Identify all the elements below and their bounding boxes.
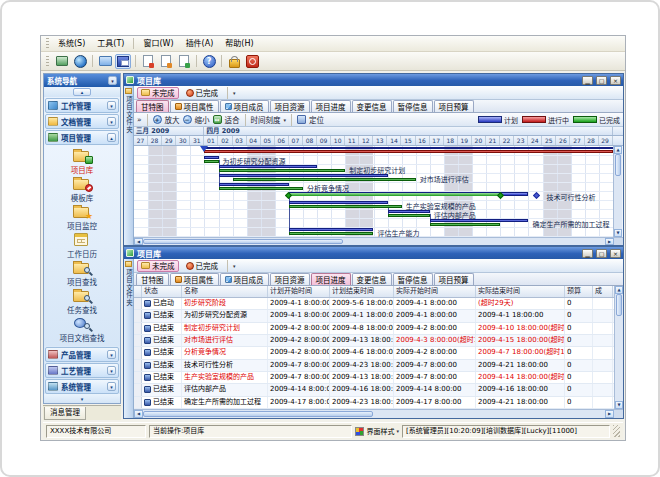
- sidebar-item-work-calendar[interactable]: 工作日历: [67, 232, 97, 259]
- bottom-minimize-button[interactable]: ▁: [582, 249, 593, 258]
- system-monitor-icon[interactable]: [54, 54, 70, 69]
- sidebar-item-template-library[interactable]: 模板库: [71, 176, 94, 203]
- bottom-tab-3[interactable]: 项目成员: [220, 273, 269, 285]
- sidebar-group-craft[interactable]: 工艺管理▾: [45, 363, 119, 378]
- help-icon[interactable]: [201, 54, 217, 69]
- scroll-down-button[interactable]: ▼: [615, 401, 623, 409]
- scroll-left-button[interactable]: ◀: [134, 238, 143, 245]
- bottom-tab-7[interactable]: 暂停信息: [393, 273, 433, 285]
- project-folder-strip[interactable]: 项目文件夹: [124, 259, 134, 418]
- top-filter-dropdown-button[interactable]: ▾: [233, 90, 236, 96]
- top-minimize-button[interactable]: ▁: [582, 76, 593, 85]
- table-row-6[interactable]: 已结束技术可行性分析2009-4-7 8:00:002009-4-23 18:0…: [134, 360, 614, 372]
- group-chevron-icon[interactable]: ▾: [107, 366, 116, 375]
- gantt-complete-bar-7[interactable]: [388, 214, 430, 217]
- sidebar-item-project-doc-search[interactable]: 项目文档查找: [60, 316, 105, 343]
- top-unfinished-filter-button[interactable]: 未完成: [137, 87, 179, 99]
- interface-style-dropdown[interactable]: 界面样式 ▾: [355, 426, 399, 436]
- gantt-complete-bar-9[interactable]: [289, 232, 374, 235]
- table-row-8[interactable]: 已结束评估内部产品2009-4-14 8:00:002009-4-16 18:0…: [134, 384, 614, 396]
- export-doc-icon[interactable]: [158, 54, 174, 69]
- table-vertical-scrollbar[interactable]: ▲ ▼: [614, 286, 623, 409]
- bottom-finished-filter-button[interactable]: 已完成: [182, 260, 223, 272]
- top-tab-6[interactable]: 变更信息: [352, 100, 392, 112]
- gantt-complete-bar-2[interactable]: [219, 169, 346, 172]
- zoom-out-button[interactable]: 缩小: [195, 114, 210, 125]
- scroll-track[interactable]: [373, 410, 605, 418]
- table-row-1[interactable]: 已启动初步研究阶段2009-4-1 8:00:002009-5-6 18:00:…: [134, 298, 614, 310]
- toolbar-grip[interactable]: [46, 56, 49, 67]
- scroll-thumb[interactable]: [143, 239, 343, 244]
- top-tab-8[interactable]: 项目预算: [434, 100, 474, 112]
- menu-grip[interactable]: [46, 38, 49, 49]
- gantt-plan-bar-3[interactable]: [219, 174, 388, 177]
- sidebar-item-task-search[interactable]: 任务查找: [67, 288, 97, 315]
- gantt-plan-bar-7[interactable]: [388, 210, 430, 213]
- bottom-tab-6[interactable]: 变更信息: [352, 273, 392, 285]
- bottom-close-button[interactable]: ×: [610, 249, 621, 258]
- gantt-complete-bar-8[interactable]: [430, 223, 500, 226]
- timescale-chevron-icon[interactable]: ▾: [284, 117, 287, 123]
- tab-message-management[interactable]: 消息管理: [44, 407, 86, 420]
- menu-item-4[interactable]: 插件(A): [180, 36, 220, 51]
- menu-item-2[interactable]: 工具(T): [91, 36, 130, 51]
- scroll-right-button[interactable]: ▶: [605, 410, 614, 418]
- top-window-titlebar[interactable]: 项目库 ▁ ▢ ×: [124, 74, 623, 86]
- top-tab-3[interactable]: 项目成员: [220, 100, 269, 112]
- sidebar-pin-button[interactable]: ▾: [108, 76, 117, 85]
- bottom-tab-8[interactable]: 项目预算: [434, 273, 474, 285]
- top-maximize-button[interactable]: ▢: [596, 76, 607, 85]
- scroll-thumb[interactable]: [615, 154, 621, 176]
- group-chevron-icon[interactable]: ▴: [107, 133, 116, 142]
- scroll-track[interactable]: [343, 238, 605, 245]
- table-row-7[interactable]: 已结束生产实验室规模的产品2009-4-7 8:00:002009-4-13 1…: [134, 372, 614, 384]
- sidebar-group-work[interactable]: 工作管理▾: [45, 98, 119, 113]
- open-folder-icon[interactable]: [97, 54, 113, 69]
- sidebar-scroll-down-button[interactable]: ▾: [44, 394, 120, 403]
- table-row-2[interactable]: 已结束为初步研究分配资源2009-4-1 8:00:002009-4-1 18:…: [134, 310, 614, 322]
- network-globe-icon[interactable]: [72, 54, 88, 69]
- top-tab-2[interactable]: 项目属性: [170, 100, 219, 112]
- gantt-complete-bar-6[interactable]: [289, 205, 402, 208]
- scroll-up-button[interactable]: ▲: [615, 286, 623, 294]
- menu-item-3[interactable]: 窗口(W): [137, 36, 179, 51]
- table-row-3[interactable]: 已结束制定初步研究计划2009-4-2 8:00:002009-4-8 18:0…: [134, 323, 614, 335]
- group-chevron-icon[interactable]: ▾: [107, 101, 116, 110]
- menu-item-1[interactable]: 系统(S): [52, 36, 91, 51]
- sidebar-item-project-monitor[interactable]: ★项目监控: [67, 204, 97, 231]
- bottom-tab-5[interactable]: 项目进度: [311, 273, 351, 285]
- top-tab-5[interactable]: 项目进度: [311, 100, 351, 112]
- gantt-horizontal-scrollbar[interactable]: ◀ ▶: [134, 237, 623, 245]
- locate-icon[interactable]: [297, 115, 306, 124]
- top-tab-4[interactable]: 项目资源: [270, 100, 310, 112]
- scroll-thumb[interactable]: [143, 411, 373, 417]
- gantt-plan-bar-6[interactable]: [289, 201, 388, 204]
- scroll-down-button[interactable]: ▼: [614, 229, 622, 237]
- table-row-4[interactable]: 已结束对市场进行评估2009-4-2 8:00:002009-4-13 18:0…: [134, 335, 614, 347]
- gantt-chart[interactable]: 为初步研究分配资源制定初步研究计划对市场进行评估分析竞争情况技术可行性分析生产实…: [134, 146, 613, 237]
- gantt-vertical-scrollbar[interactable]: ▲ ▼: [613, 146, 622, 237]
- exit-icon[interactable]: [244, 54, 260, 69]
- top-tab-7[interactable]: 暂停信息: [393, 100, 433, 112]
- gantt-complete-bar-1[interactable]: [204, 160, 218, 163]
- report-doc-icon[interactable]: [140, 54, 156, 69]
- top-finished-filter-button[interactable]: 已完成: [182, 87, 223, 99]
- import-doc-icon[interactable]: [176, 54, 192, 69]
- bottom-tab-1[interactable]: 甘特图: [136, 273, 169, 285]
- fit-icon[interactable]: ↔: [213, 115, 222, 124]
- scroll-track[interactable]: [615, 316, 623, 401]
- menu-item-5[interactable]: 帮助(H): [219, 36, 259, 51]
- gantt-plan-bar-0[interactable]: [204, 147, 613, 149]
- gantt-plan-bar-2[interactable]: [219, 165, 318, 168]
- gantt-complete-bar-4[interactable]: [219, 187, 304, 190]
- gantt-plan-bar-1[interactable]: [204, 156, 218, 159]
- zoom-out-icon[interactable]: −: [183, 115, 192, 124]
- sidebar-group-system[interactable]: 系统管理▾: [45, 379, 119, 394]
- bottom-unfinished-filter-button[interactable]: 未完成: [137, 260, 179, 272]
- bottom-maximize-button[interactable]: ▢: [596, 249, 607, 258]
- top-close-button[interactable]: ×: [610, 76, 621, 85]
- gantt-complete-bar-3[interactable]: [233, 178, 416, 181]
- sidebar-group-project[interactable]: 项目管理▴: [45, 130, 119, 145]
- group-chevron-icon[interactable]: ▾: [107, 382, 116, 391]
- gantt-inprogress-bar-0[interactable]: [204, 150, 613, 153]
